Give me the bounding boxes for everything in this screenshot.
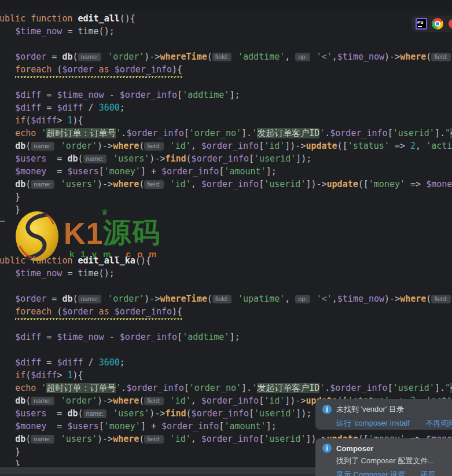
code-line: public function edit_all_ka(){ <box>0 254 452 267</box>
phpstorm-icon[interactable]: PS <box>416 18 427 30</box>
code-line: $diff = $time_now - $order_info['addtime… <box>0 89 452 101</box>
notification-message: 找到了 Composer 配置文件... <box>336 456 452 466</box>
taskbar-strip: PS <box>411 16 452 32</box>
code-line: db(name: 'order')->where(field: 'id', $o… <box>0 140 452 152</box>
code-line: $diff = $diff / 3600; <box>0 356 452 369</box>
code-line: db(name: 'users')->where(field: 'id', $o… <box>0 178 452 191</box>
notification-vendor[interactable]: i 未找到 'vendor' 目录 运行 'composer install' … <box>315 399 452 430</box>
code-line <box>0 38 452 50</box>
code-line: $order = db(name: 'order')->whereTime(fi… <box>0 292 452 305</box>
code-line: $time_now = time(); <box>0 267 452 280</box>
code-line: $order = db(name: 'order')->whereTime(fi… <box>0 50 452 63</box>
info-icon: i <box>322 444 332 453</box>
restore-link[interactable]: 还原 <box>420 470 435 476</box>
code-line: $users = db(name: 'users')->find($order_… <box>0 152 452 165</box>
notification-title: Composer <box>336 444 373 453</box>
clipped-app-icon[interactable] <box>449 19 452 28</box>
code-line: $money = $users['money'] + $order_info['… <box>0 165 452 178</box>
code-line <box>0 241 452 254</box>
code-line: if($diff> 1){ <box>0 369 452 382</box>
notification-message: 未找到 'vendor' 目录 <box>336 404 404 415</box>
code-line: $diff = $time_now - $order_info['addtime… <box>0 331 452 343</box>
code-line: foreach ($order as $order_info){ <box>0 63 452 76</box>
run-composer-install-link[interactable]: 运行 'composer install' <box>336 418 411 429</box>
warning-underline: foreach ($order as $order_info){ <box>15 63 182 76</box>
code-line: public function edit_all(){ <box>0 12 452 25</box>
show-composer-settings-link[interactable]: 显示 Composer 设置 <box>336 470 405 476</box>
code-line <box>0 343 452 356</box>
info-icon: i <box>322 405 332 414</box>
code-line <box>0 280 452 292</box>
chrome-icon[interactable] <box>432 18 443 30</box>
code-line: } <box>0 191 452 203</box>
dont-ask-again-link[interactable]: 不再询问 <box>426 418 452 429</box>
warning-underline: foreach ($order as $order_info){ <box>15 305 182 318</box>
code-line: if($diff> 1){ <box>0 114 452 127</box>
notification-composer[interactable]: i Composer 找到了 Composer 配置文件... 显示 Compo… <box>315 438 452 476</box>
code-line: $diff = $diff / 3600; <box>0 101 452 114</box>
code-line: echo '超时订单：订单号'.$order_info['order_no'].… <box>0 127 452 140</box>
editor-top-band <box>0 0 452 10</box>
code-line <box>0 229 452 241</box>
code-line <box>0 216 452 229</box>
fold-indicator <box>0 221 5 222</box>
code-line: } <box>0 203 452 216</box>
code-line: foreach ($order as $order_info){ <box>0 305 452 318</box>
code-line: $time_now = time(); <box>0 25 452 38</box>
code-line: echo '超时订单：订单号'.$order_info['order_no'].… <box>0 382 452 394</box>
